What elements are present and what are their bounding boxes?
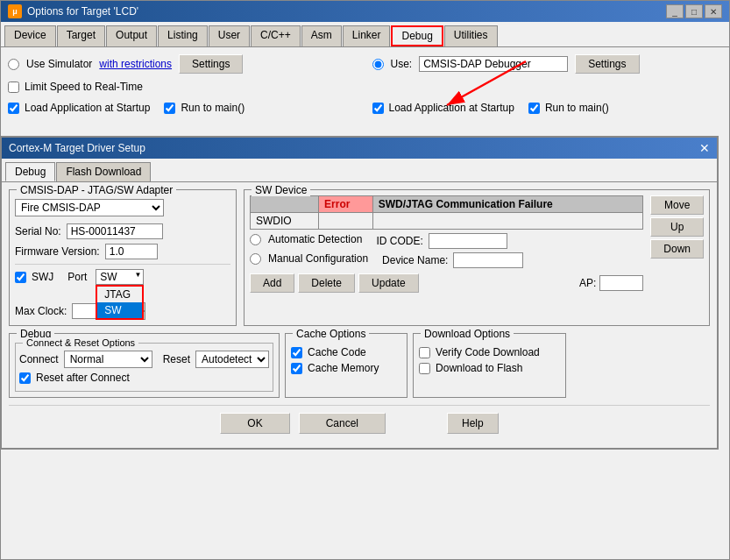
tab-cc[interactable]: C/C++ <box>251 25 301 46</box>
load-app1-checkbox[interactable] <box>8 103 19 114</box>
tab-device[interactable]: Device <box>4 25 56 46</box>
firmware-input[interactable] <box>105 244 158 259</box>
sw-device-table-container: Error SWD/JTAG Communication Failure SWD… <box>250 195 643 293</box>
cache-options-label: Cache Options <box>293 328 369 340</box>
tab-target[interactable]: Target <box>57 25 105 46</box>
down-btn[interactable]: Down <box>650 239 704 259</box>
use-label: Use: <box>391 58 413 70</box>
device-name-input[interactable] <box>453 252 523 268</box>
manual-radio[interactable] <box>250 253 261 265</box>
update-btn[interactable]: Update <box>358 273 419 293</box>
side-buttons: Move Up Down <box>650 195 704 293</box>
download-options-label: Download Options <box>421 328 514 340</box>
tab-listing[interactable]: Listing <box>158 25 208 46</box>
debug-panel: Debug Connect & Reset Options Connect No… <box>9 333 280 398</box>
device-dropdown[interactable]: Fire CMSIS-DAP <box>15 199 164 216</box>
limit-speed-label: Limit Speed to Real-Time <box>25 81 143 93</box>
serial-input[interactable] <box>67 223 163 239</box>
download-flash-label: Download to Flash <box>436 362 522 374</box>
ok-btn[interactable]: OK <box>220 413 289 434</box>
port-select-container: SW▼ JTAG SW <box>96 269 144 285</box>
serial-row: Serial No: <box>15 223 230 239</box>
tab-debug[interactable]: Debug <box>391 25 443 46</box>
td-swdio: SWDIO <box>251 213 319 230</box>
dialog-tab-debug[interactable]: Debug <box>5 162 55 181</box>
cache-options-content: Cache Code Cache Memory <box>291 346 401 374</box>
manual-radio-row: Manual Configuration <box>250 252 368 265</box>
port-dropdown: JTAG SW <box>96 285 144 320</box>
settings1-btn[interactable]: Settings <box>179 54 243 74</box>
load-app2-row: Load Application at Startup Run to main(… <box>372 102 723 114</box>
with-restrictions-link[interactable]: with restrictions <box>99 58 172 70</box>
port-select-display[interactable]: SW▼ <box>96 269 144 285</box>
use-debug-radio[interactable] <box>372 59 384 70</box>
auto-detect-radio[interactable] <box>250 234 261 245</box>
ap-field: AP: <box>579 275 643 291</box>
dialog-title-text: Cortex-M Target Driver Setup <box>9 142 145 154</box>
swj-checkbox[interactable] <box>15 272 26 283</box>
add-delete-row: Add Delete Update AP: <box>250 273 643 293</box>
download-flash-checkbox[interactable] <box>419 363 430 374</box>
port-option-jtag[interactable]: JTAG <box>97 287 142 302</box>
add-btn[interactable]: Add <box>250 273 294 293</box>
tab-utilities[interactable]: Utilities <box>444 25 498 46</box>
minimize-btn[interactable]: _ <box>666 4 684 18</box>
use-simulator-radio[interactable] <box>8 59 19 70</box>
td-failure <box>372 213 643 230</box>
reset-after-connect-row: Reset after Connect <box>19 372 269 384</box>
id-code-label: ID CODE: <box>376 235 422 247</box>
tab-output[interactable]: Output <box>106 25 157 46</box>
help-btn[interactable]: Help <box>447 413 499 434</box>
connect-reset-label: Connect & Reset Options <box>23 337 138 348</box>
sw-device-row: SWDIO <box>251 213 643 230</box>
run-to-main1-checkbox[interactable] <box>164 103 175 114</box>
dialog-close-btn[interactable]: ✕ <box>699 141 710 155</box>
cache-code-checkbox[interactable] <box>291 347 302 358</box>
detection-row: Automatic Detection ID CODE: <box>250 233 643 249</box>
connect-select[interactable]: Normal with Pre-reset Under Reset <box>64 351 152 368</box>
reset-after-checkbox[interactable] <box>19 372 31 384</box>
verify-code-checkbox[interactable] <box>419 347 430 358</box>
settings2-btn[interactable]: Settings <box>575 54 639 74</box>
load-app1-label: Load Application at Startup <box>25 102 150 114</box>
move-btn[interactable]: Move <box>650 195 704 215</box>
cache-options-panel: Cache Options Cache Code Cache Memory <box>285 333 408 398</box>
firmware-row: Firmware Version: <box>15 244 230 259</box>
run-to-main1-label: Run to main() <box>181 102 245 114</box>
delete-btn[interactable]: Delete <box>298 273 355 293</box>
bg-right-section: Use: CMSIS-DAP Debugger Settings <box>372 54 723 96</box>
download-flash-row: Download to Flash <box>419 362 560 374</box>
run-to-main2-checkbox[interactable] <box>528 103 540 114</box>
maximize-btn[interactable]: □ <box>685 4 703 18</box>
bg-content: Use Simulator with restrictions Settings… <box>1 47 729 130</box>
debugger-input[interactable]: CMSIS-DAP Debugger <box>419 56 568 72</box>
id-code-input[interactable] <box>429 233 507 249</box>
sw-device-label: SW Device <box>252 184 310 196</box>
reset-select[interactable]: Autodetect Software Hardware <box>195 351 269 368</box>
tab-linker[interactable]: Linker <box>343 25 391 46</box>
bg-load-right: Load Application at Startup Run to main(… <box>372 102 723 117</box>
port-option-sw[interactable]: SW <box>97 302 142 318</box>
td-error <box>319 213 373 230</box>
cache-memory-checkbox[interactable] <box>291 363 302 374</box>
close-btn[interactable]: ✕ <box>705 4 722 18</box>
up-btn[interactable]: Up <box>650 217 704 237</box>
cancel-btn[interactable]: Cancel <box>299 413 386 434</box>
th-swdio <box>251 196 319 213</box>
swj-port-row: SWJ Port SW▼ JTAG SW <box>15 269 230 285</box>
dialog-tab-flash[interactable]: Flash Download <box>56 162 151 181</box>
sw-device-content: Error SWD/JTAG Communication Failure SWD… <box>250 195 704 293</box>
bg-title-bar: μ Options for Target 'LCD' _ □ ✕ <box>1 1 729 22</box>
download-options-content: Verify Code Download Download to Flash <box>419 346 560 374</box>
bg-tabs-row: Device Target Output Listing User C/C++ … <box>1 22 729 47</box>
tab-asm[interactable]: Asm <box>301 25 342 46</box>
limit-speed-checkbox[interactable] <box>8 82 19 93</box>
top-panels: CMSIS-DAP - JTAG/SW Adapter Fire CMSIS-D… <box>9 189 710 326</box>
cache-code-label: Cache Code <box>308 346 366 358</box>
bg-title-text: Options for Target 'LCD' <box>27 5 138 18</box>
ap-input[interactable] <box>599 275 643 291</box>
tab-user[interactable]: User <box>209 25 250 46</box>
bg-load-left: Load Application at Startup Run to main(… <box>8 102 358 117</box>
ap-label: AP: <box>579 277 596 289</box>
load-app2-checkbox[interactable] <box>372 103 384 114</box>
